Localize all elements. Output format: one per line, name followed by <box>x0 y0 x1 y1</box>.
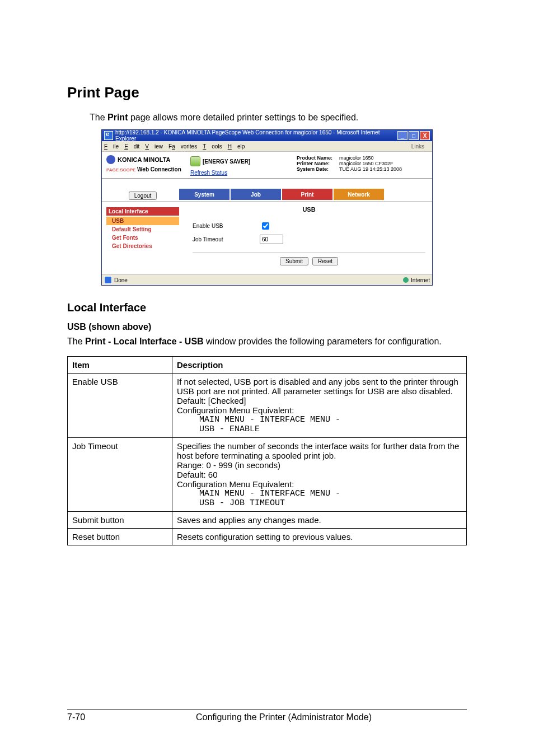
cell-item: Job Timeout <box>68 437 172 511</box>
enable-usb-checkbox[interactable] <box>262 222 269 230</box>
sidebar: Local Interface USB Default Setting Get … <box>106 202 179 270</box>
printer-name-label: Printer Name: <box>297 161 339 166</box>
job-timeout-input[interactable] <box>260 235 283 244</box>
km-brand-text: KONICA MINOLTA <box>118 156 171 163</box>
menu-favorites[interactable]: Favorites <box>168 143 197 150</box>
table-row: Job TimeoutSpecifies the number of secon… <box>68 437 467 511</box>
cell-item: Enable USB <box>68 373 172 437</box>
sidebar-group-local-interface: Local Interface <box>106 207 179 216</box>
sidebar-item-usb[interactable]: USB <box>106 217 179 225</box>
tab-job[interactable]: Job <box>231 189 281 200</box>
cell-item: Reset button <box>68 528 172 545</box>
tab-bar: Logout System Job Print Network <box>102 179 432 200</box>
printer-name-value: magicolor 1650 CF302F <box>339 161 394 166</box>
col-item: Item <box>68 356 172 373</box>
window-maximize-button[interactable]: □ <box>409 131 419 140</box>
intro-pre: The <box>90 113 107 122</box>
desc-line: Resets configuration setting to previous… <box>177 532 462 542</box>
desc-line: Range: 0 - 999 (in seconds) <box>177 460 462 470</box>
product-name-value: magicolor 1650 <box>339 155 374 161</box>
km-logo-icon <box>106 155 115 164</box>
ie-titlebar: http://192.168.1.2 - KONICA MINOLTA Page… <box>102 130 432 141</box>
page-number: 7-70 <box>67 712 101 722</box>
menu-view[interactable]: View <box>145 143 163 150</box>
desc-line: Specifies the number of seconds the inte… <box>177 441 462 460</box>
intro-bold: Print <box>107 113 128 122</box>
system-date-value: TUE AUG 19 14:25:13 2008 <box>339 166 402 172</box>
internet-zone-icon <box>403 277 409 283</box>
ie-title-text: http://192.168.1.2 - KONICA MINOLTA Page… <box>115 129 396 142</box>
cell-description: Saves and applies any changes made. <box>172 511 467 528</box>
ie-menubar: File Edit View Favorites Tools Help Link… <box>102 141 432 152</box>
intro-paragraph: The Print page allows more detailed prin… <box>90 111 467 124</box>
para-pre: The <box>67 337 85 346</box>
cell-description: If not selected, USB port is disabled an… <box>172 373 467 437</box>
menu-edit[interactable]: Edit <box>124 143 139 150</box>
system-date-label: System Date: <box>297 166 339 172</box>
submit-button[interactable] <box>280 257 308 265</box>
window-minimize-button[interactable]: _ <box>397 131 407 140</box>
menu-help[interactable]: Help <box>228 143 245 150</box>
table-row: Reset buttonResets configuration setting… <box>68 528 467 545</box>
para-post: window provides the following parameters… <box>204 337 442 346</box>
panel-title: USB <box>193 206 425 213</box>
tab-print[interactable]: Print <box>282 189 332 200</box>
usb-description-paragraph: The Print - Local Interface - USB window… <box>67 335 467 348</box>
tab-network[interactable]: Network <box>334 189 384 200</box>
footer-title: Configuring the Printer (Administrator M… <box>101 712 467 722</box>
desc-line: Default: [Checked] <box>177 396 462 405</box>
heading-local-interface: Local Interface <box>67 301 467 314</box>
desc-mono: MAIN MENU - INTERFACE MENU - USB - ENABL… <box>199 415 462 434</box>
desc-line: Configuration Menu Equivalent: <box>177 405 462 415</box>
desc-line: Saves and applies any changes made. <box>177 515 462 525</box>
col-description: Description <box>172 356 467 373</box>
heading-print-page: Print Page <box>67 84 467 101</box>
menu-tools[interactable]: Tools <box>203 143 222 150</box>
logout-button[interactable]: Logout <box>129 192 157 200</box>
cell-description: Resets configuration setting to previous… <box>172 528 467 545</box>
sidebar-item-get-fonts[interactable]: Get Fonts <box>106 234 179 242</box>
desc-mono: MAIN MENU - INTERFACE MENU - USB - JOB T… <box>199 489 462 508</box>
desc-line: If not selected, USB port is disabled an… <box>177 377 462 396</box>
product-name-label: Product Name: <box>297 155 339 161</box>
energy-saver-label: [ENERGY SAVER] <box>203 158 250 165</box>
done-icon <box>104 276 112 284</box>
heading-usb-shown: USB (shown above) <box>67 322 467 332</box>
energy-saver-icon <box>190 156 200 166</box>
reset-button[interactable] <box>312 257 338 265</box>
menu-links[interactable]: Links <box>411 143 424 150</box>
pagescope-web-connection-label: PAGE SCOPE Web Connection <box>106 166 190 172</box>
table-row: Enable USBIf not selected, USB port is d… <box>68 373 467 437</box>
sidebar-item-default-setting[interactable]: Default Setting <box>106 225 179 234</box>
window-close-button[interactable]: X <box>420 131 430 140</box>
km-logo: KONICA MINOLTA <box>106 155 190 164</box>
intro-post: page allows more detailed printer settin… <box>128 113 358 122</box>
menu-file[interactable]: File <box>104 143 119 150</box>
status-done-text: Done <box>114 277 128 283</box>
job-timeout-label: Job Timeout <box>193 236 260 242</box>
cell-description: Specifies the number of seconds the inte… <box>172 437 467 511</box>
refresh-status-link[interactable]: Refresh Status <box>190 170 297 176</box>
ie-statusbar: Done Internet <box>102 274 432 285</box>
divider <box>193 252 425 253</box>
table-row: Submit buttonSaves and applies any chang… <box>68 511 467 528</box>
page-footer: 7-70 Configuring the Printer (Administra… <box>67 710 467 722</box>
spec-table: Item Description Enable USBIf not select… <box>67 356 467 545</box>
para-bold: Print - Local Interface - USB <box>85 337 204 346</box>
desc-line: Configuration Menu Equivalent: <box>177 479 462 489</box>
enable-usb-label: Enable USB <box>193 223 260 229</box>
tab-system[interactable]: System <box>179 189 229 200</box>
printer-info: Product Name:magicolor 1650 Printer Name… <box>297 155 402 176</box>
ie-icon <box>104 131 113 140</box>
embedded-screenshot: http://192.168.1.2 - KONICA MINOLTA Page… <box>101 129 433 286</box>
pagescope-prefix: PAGE SCOPE <box>106 168 135 172</box>
desc-line: Default: 60 <box>177 470 462 479</box>
web-connection-text: Web Connection <box>137 166 181 172</box>
km-header: KONICA MINOLTA PAGE SCOPE Web Connection… <box>102 152 432 179</box>
sidebar-item-get-directories[interactable]: Get Directories <box>106 242 179 250</box>
status-internet-text: Internet <box>411 277 430 283</box>
cell-item: Submit button <box>68 511 172 528</box>
main-panel: USB Enable USB Job Timeout <box>179 202 428 270</box>
